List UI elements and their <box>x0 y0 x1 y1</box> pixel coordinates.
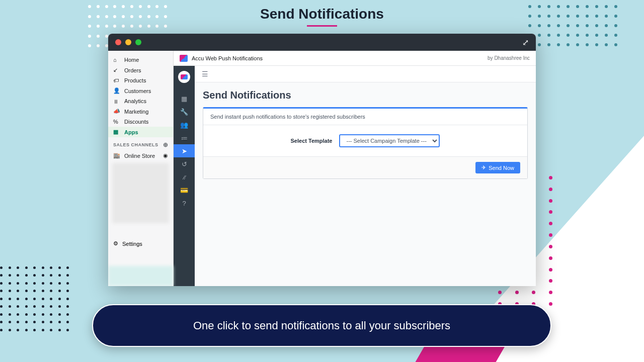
nav-discounts[interactable]: %Discounts <box>108 117 173 127</box>
notification-card: Send instant push notifications to store… <box>203 107 528 179</box>
page-title: Send Notifications <box>195 82 536 107</box>
template-select[interactable]: --- Select Campaign Template --- <box>339 134 440 147</box>
window-close-button[interactable] <box>115 39 121 45</box>
content-pane: ☰ Send Notifications Send instant push n… <box>195 66 536 286</box>
nav-label: Online Store <box>124 153 155 159</box>
nav-label: Home <box>124 57 139 63</box>
home-icon: ⌂ <box>113 57 120 63</box>
app-window: ⤢ ⌂Home ↙Orders 🏷Products 👤Customers ⫼An… <box>108 34 536 286</box>
sales-channels-label: SALES CHANNELS <box>113 142 158 147</box>
sidebar-dashboard-icon[interactable]: ▦ <box>174 92 195 105</box>
sidebar-chart-icon[interactable]: ⫽ <box>174 170 195 184</box>
app-vendor: by Dhanashree Inc <box>488 55 530 61</box>
nav-label: Analytics <box>124 98 146 104</box>
tag-icon: 🏷 <box>113 77 120 83</box>
send-now-button[interactable]: ✈Send Now <box>475 162 520 173</box>
sidebar-wrench-icon[interactable]: 🔧 <box>174 105 195 118</box>
nav-apps[interactable]: ▦Apps <box>108 127 173 137</box>
nav-orders[interactable]: ↙Orders <box>108 65 173 75</box>
sidebar-users-icon[interactable]: 👥 <box>174 118 195 131</box>
nav-label: Marketing <box>124 109 148 115</box>
percent-icon: % <box>113 119 120 125</box>
nav-customers[interactable]: 👤Customers <box>108 85 173 96</box>
blurred-footer <box>108 266 173 286</box>
app-logo-icon <box>180 55 188 62</box>
sales-channels-header: SALES CHANNELS⊕ <box>108 137 173 150</box>
sidebar-list-icon[interactable]: ≔ <box>174 131 195 144</box>
window-maximize-button[interactable] <box>135 39 141 45</box>
icon-sidebar: ▦ 🔧 👥 ≔ ➤ ↺ ⫽ 💳 ? <box>174 66 195 286</box>
grid-icon: ▦ <box>113 129 120 135</box>
sidebar-help-icon[interactable]: ? <box>174 197 195 210</box>
nav-marketing[interactable]: 📣Marketing <box>108 106 173 117</box>
app-title: Accu Web Push Notifications <box>192 55 263 61</box>
nav-label: Orders <box>124 67 141 73</box>
window-titlebar: ⤢ <box>108 34 536 51</box>
window-minimize-button[interactable] <box>125 39 131 45</box>
bars-icon: ⫼ <box>113 98 120 104</box>
nav-home[interactable]: ⌂Home <box>108 55 173 65</box>
blurred-apps-list <box>112 163 169 223</box>
sidebar-send-icon[interactable]: ➤ <box>174 144 195 157</box>
store-icon: 🏬 <box>113 152 120 159</box>
nav-label: Customers <box>124 88 151 94</box>
send-button-label: Send Now <box>489 165 514 171</box>
sidebar-card-icon[interactable]: 💳 <box>174 184 195 197</box>
shopify-sidebar: ⌂Home ↙Orders 🏷Products 👤Customers ⫼Anal… <box>108 51 174 286</box>
nav-analytics[interactable]: ⫼Analytics <box>108 96 173 106</box>
nav-label: Settings <box>122 241 142 247</box>
hamburger-menu-button[interactable]: ☰ <box>195 66 536 82</box>
megaphone-icon: 📣 <box>113 108 120 115</box>
app-header: Accu Web Push Notifications by Dhanashre… <box>174 51 536 66</box>
decorative-dots-dark <box>0 266 70 332</box>
person-icon: 👤 <box>113 87 120 94</box>
orders-icon: ↙ <box>113 67 120 73</box>
add-channel-button[interactable]: ⊕ <box>163 141 169 148</box>
promo-banner: One click to send notifications to all y… <box>92 304 551 347</box>
sidebar-logo <box>178 71 190 83</box>
card-description: Send instant push notifications to store… <box>203 109 527 125</box>
nav-label: Discounts <box>124 119 148 125</box>
main-area: Accu Web Push Notifications by Dhanashre… <box>174 51 536 286</box>
nav-products[interactable]: 🏷Products <box>108 75 173 85</box>
nav-online-store[interactable]: 🏬Online Store◉ <box>108 150 173 161</box>
gear-icon: ⚙ <box>113 240 118 247</box>
eye-icon[interactable]: ◉ <box>163 152 168 159</box>
expand-icon[interactable]: ⤢ <box>522 38 529 47</box>
sidebar-history-icon[interactable]: ↺ <box>174 157 195 170</box>
hero-title: Send Notifications <box>0 6 644 27</box>
paper-plane-icon: ✈ <box>481 164 486 171</box>
nav-settings[interactable]: ⚙Settings <box>108 238 173 249</box>
banner-text: One click to send notifications to all y… <box>193 319 450 332</box>
template-label: Select Template <box>291 138 333 144</box>
nav-label: Apps <box>124 129 138 135</box>
nav-label: Products <box>124 77 146 83</box>
